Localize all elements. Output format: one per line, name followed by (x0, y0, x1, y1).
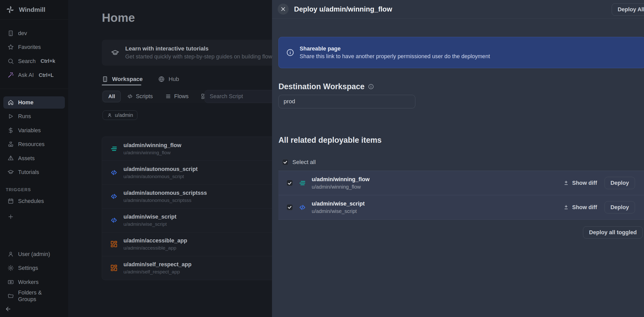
item-name: u/admin/accessible_app (124, 237, 187, 244)
active-tab-underline (102, 85, 141, 85)
sidebar-item-label: Favorites (18, 44, 41, 50)
sidebar-bottom-group: User (admin) Settings Workers Folders & … (0, 241, 68, 317)
pyramid-icon (7, 155, 14, 162)
sidebar-collapse-button[interactable] (0, 304, 68, 314)
item-path: u/admin/autonomous_scriptsss (124, 198, 207, 203)
sidebar-item-settings[interactable]: Settings (3, 262, 65, 274)
triggers-caption: TRIGGERS (6, 187, 68, 192)
tab-workspace[interactable]: Workspace (102, 76, 143, 83)
item-path: u/admin/autonomous_script (124, 174, 198, 179)
flow-bars-icon (165, 93, 171, 99)
show-diff-button[interactable]: Show diff (563, 180, 597, 186)
home-tabs: Workspace Hub (102, 74, 179, 85)
show-diff-button[interactable]: Show diff (563, 204, 597, 211)
sidebar-item-ask-ai[interactable]: Ask AI Ctrl+L (3, 69, 65, 81)
arrow-left-icon (5, 306, 12, 312)
magic-wand-icon (7, 72, 14, 78)
sidebar-item-label: Search (18, 58, 35, 65)
filter-all[interactable]: All (103, 91, 120, 102)
deployable-items-heading: All related deployable items (278, 136, 381, 145)
banner-text-block: Shareable page Share this link to have a… (300, 45, 490, 60)
row-actions: Show diff Deploy (563, 201, 635, 213)
tutorial-text: Learn with interactive tutorials Get sta… (125, 45, 296, 60)
sidebar-item-workspace-dev[interactable]: dev (3, 27, 65, 39)
shareable-page-banner: Shareable page Share this link to have a… (278, 37, 644, 68)
select-all-control[interactable]: Select all (282, 159, 316, 166)
tab-hub[interactable]: Hub (158, 76, 179, 83)
sidebar-item-schedules[interactable]: Schedules (3, 195, 65, 207)
page-title: Home (102, 11, 135, 25)
tutorial-title: Learn with interactive tutorials (125, 45, 296, 52)
search-shortcut: Ctrl+k (41, 58, 55, 64)
item-name: u/admin/autonomous_script (124, 166, 198, 172)
heading-label: All related deployable items (278, 136, 381, 145)
owner-filter-chip[interactable]: u/admin (103, 110, 137, 120)
close-icon (280, 6, 286, 12)
item-path: u/admin/accessible_app (124, 245, 187, 251)
gear-icon (7, 265, 14, 271)
sidebar-item-favorites[interactable]: Favorites (3, 41, 65, 53)
deploy-all-button[interactable]: Deploy All (612, 3, 644, 16)
deploy-all-toggled-button[interactable]: Deploy all toggled (583, 226, 643, 239)
sidebar-item-workers[interactable]: Workers (3, 276, 65, 288)
sidebar-item-user[interactable]: User (admin) (3, 248, 65, 260)
sidebar-item-assets[interactable]: Assets (3, 152, 65, 165)
globe-icon (158, 76, 165, 83)
item-checkbox[interactable] (287, 204, 293, 210)
info-icon (286, 48, 294, 57)
show-diff-label: Show diff (572, 180, 597, 186)
sidebar-item-home[interactable]: Home (3, 96, 65, 109)
flow-icon (299, 179, 306, 187)
windmill-logo-icon (6, 5, 15, 14)
filter-label: Scripts (136, 93, 153, 100)
app-logo[interactable]: Windmill (0, 0, 68, 20)
app-icon (110, 240, 118, 248)
sidebar-item-label: Folders & Groups (18, 289, 61, 303)
info-icon (368, 84, 374, 90)
filter-flows[interactable]: Flows (159, 93, 195, 100)
script-icon (110, 217, 118, 224)
tutorial-subtitle: Get started quickly with step-by-step gu… (125, 53, 296, 60)
user-icon (107, 113, 112, 118)
deploy-item-button[interactable]: Deploy (605, 177, 635, 189)
select-all-label: Select all (293, 159, 316, 166)
sidebar-item-runs[interactable]: Runs (3, 110, 65, 122)
filter-label: Flows (174, 93, 188, 100)
item-name: u/admin/wise_script (312, 200, 365, 207)
windmill-app: Windmill dev Favorites Search Ctrl+ (0, 0, 644, 317)
destination-workspace-input[interactable] (278, 95, 415, 108)
banner-text: Share this link to have another properly… (300, 53, 490, 60)
item-checkbox[interactable] (287, 180, 293, 186)
sidebar-add-trigger-button[interactable] (3, 211, 65, 223)
flow-icon (110, 145, 118, 152)
sidebar-item-resources[interactable]: Resources (3, 138, 65, 150)
row-actions: Show diff Deploy (563, 177, 635, 189)
app-title: Windmill (19, 6, 45, 13)
sidebar-item-tutorials[interactable]: Tutorials (3, 166, 65, 178)
close-button[interactable] (278, 4, 289, 15)
sidebar-top-group: dev Favorites Search Ctrl+k Ask AI (0, 20, 68, 83)
filter-scripts[interactable]: Scripts (121, 93, 159, 100)
deployable-items-list: u/admin/winning_flow u/admin/winning_flo… (278, 171, 644, 220)
sidebar-item-label: Home (18, 99, 33, 106)
building-icon (7, 30, 14, 37)
graduation-cap-icon (111, 49, 119, 57)
folder-icon (7, 293, 14, 299)
sidebar-item-label: Settings (18, 265, 38, 271)
dollar-icon (7, 127, 14, 134)
sidebar-item-label: Tutorials (18, 169, 39, 176)
graduation-cap-icon (7, 169, 14, 176)
item-path: u/admin/self_respect_app (124, 269, 192, 275)
item-path: u/admin/winning_flow (124, 150, 182, 156)
sidebar-item-label: Resources (18, 141, 44, 148)
deploy-item-button[interactable]: Deploy (605, 201, 635, 213)
deploy-drawer: Deploy u/admin/winning_flow Deploy All S… (272, 0, 644, 317)
sidebar-item-folders-groups[interactable]: Folders & Groups (3, 290, 65, 302)
select-all-checkbox[interactable] (282, 159, 288, 165)
code-icon (127, 93, 133, 99)
sidebar-item-variables[interactable]: Variables (3, 124, 65, 137)
star-icon (7, 44, 14, 50)
item-path: u/admin/winning_flow (312, 184, 370, 190)
play-icon (7, 113, 14, 120)
sidebar-item-search[interactable]: Search Ctrl+k (3, 55, 65, 67)
